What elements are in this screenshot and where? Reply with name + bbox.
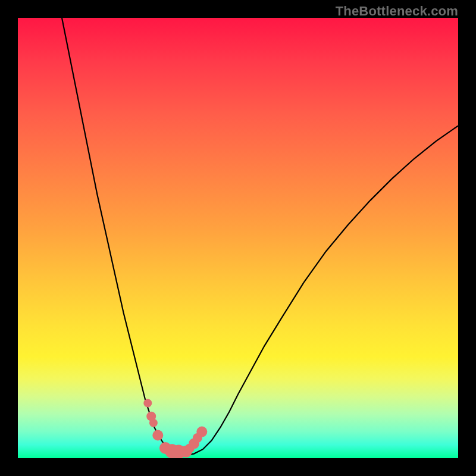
chart-svg — [18, 18, 458, 458]
marker-dot — [152, 430, 163, 441]
curve-markers — [143, 399, 207, 459]
watermark-text: TheBottleneck.com — [336, 4, 458, 19]
curve-left — [62, 18, 185, 456]
marker-dot — [143, 399, 152, 408]
chart-frame: TheBottleneck.com — [0, 0, 476, 476]
marker-dot — [149, 419, 158, 427]
marker-dot — [196, 427, 207, 437]
curve-right — [185, 126, 458, 455]
plot-area — [18, 18, 458, 458]
